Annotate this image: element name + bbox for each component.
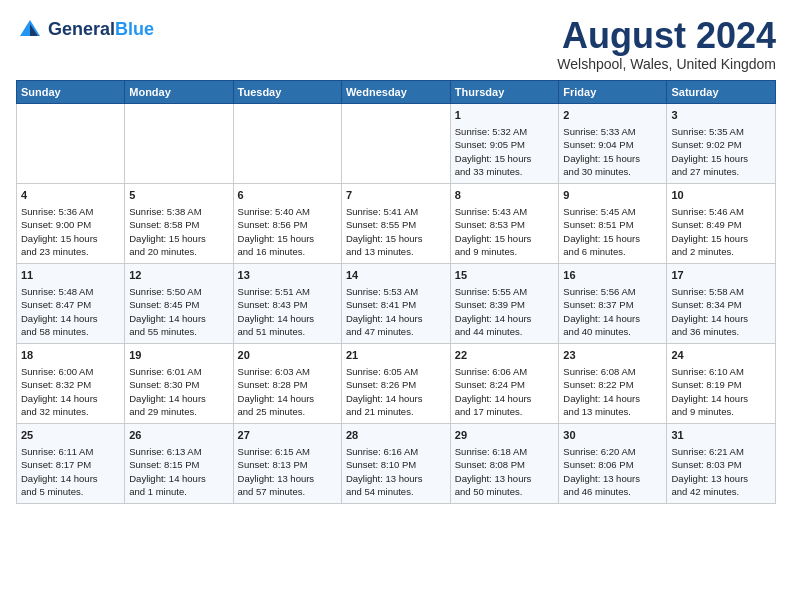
day-info: Sunset: 8:28 PM <box>238 378 337 391</box>
day-number: 25 <box>21 428 120 443</box>
calendar-cell: 4Sunrise: 5:36 AMSunset: 9:00 PMDaylight… <box>17 183 125 263</box>
day-info: Daylight: 14 hours <box>129 312 228 325</box>
day-info: Daylight: 13 hours <box>346 472 446 485</box>
calendar-cell: 20Sunrise: 6:03 AMSunset: 8:28 PMDayligh… <box>233 343 341 423</box>
day-info: and 29 minutes. <box>129 405 228 418</box>
day-info: and 13 minutes. <box>346 245 446 258</box>
day-info: Sunrise: 5:58 AM <box>671 285 771 298</box>
day-info: Daylight: 15 hours <box>563 232 662 245</box>
day-info: Sunrise: 5:38 AM <box>129 205 228 218</box>
day-info: and 23 minutes. <box>21 245 120 258</box>
day-info: and 33 minutes. <box>455 165 555 178</box>
day-info: Sunrise: 5:35 AM <box>671 125 771 138</box>
day-info: Sunset: 8:41 PM <box>346 298 446 311</box>
day-number: 21 <box>346 348 446 363</box>
day-info: and 55 minutes. <box>129 325 228 338</box>
day-info: and 47 minutes. <box>346 325 446 338</box>
day-number: 26 <box>129 428 228 443</box>
day-info: Daylight: 14 hours <box>563 312 662 325</box>
day-info: Sunset: 8:32 PM <box>21 378 120 391</box>
day-number: 3 <box>671 108 771 123</box>
day-info: and 20 minutes. <box>129 245 228 258</box>
day-info: Sunrise: 5:41 AM <box>346 205 446 218</box>
day-info: and 9 minutes. <box>455 245 555 258</box>
day-number: 19 <box>129 348 228 363</box>
day-info: Sunrise: 6:01 AM <box>129 365 228 378</box>
day-info: Sunrise: 5:55 AM <box>455 285 555 298</box>
calendar-cell <box>125 103 233 183</box>
day-info: Daylight: 14 hours <box>671 312 771 325</box>
calendar-cell <box>341 103 450 183</box>
day-info: Sunset: 8:26 PM <box>346 378 446 391</box>
calendar-cell: 7Sunrise: 5:41 AMSunset: 8:55 PMDaylight… <box>341 183 450 263</box>
day-info: and 9 minutes. <box>671 405 771 418</box>
calendar-cell: 14Sunrise: 5:53 AMSunset: 8:41 PMDayligh… <box>341 263 450 343</box>
day-info: Sunrise: 6:08 AM <box>563 365 662 378</box>
day-info: Daylight: 14 hours <box>563 392 662 405</box>
logo-text: GeneralBlue <box>48 20 154 40</box>
calendar-cell: 11Sunrise: 5:48 AMSunset: 8:47 PMDayligh… <box>17 263 125 343</box>
day-number: 5 <box>129 188 228 203</box>
calendar-cell: 31Sunrise: 6:21 AMSunset: 8:03 PMDayligh… <box>667 423 776 503</box>
calendar-cell <box>17 103 125 183</box>
calendar-cell: 30Sunrise: 6:20 AMSunset: 8:06 PMDayligh… <box>559 423 667 503</box>
day-info: Sunrise: 5:43 AM <box>455 205 555 218</box>
day-info: Sunrise: 6:15 AM <box>238 445 337 458</box>
day-info: Daylight: 14 hours <box>21 312 120 325</box>
day-info: Sunset: 9:05 PM <box>455 138 555 151</box>
day-info: Sunset: 8:08 PM <box>455 458 555 471</box>
day-info: Sunset: 8:24 PM <box>455 378 555 391</box>
day-info: and 1 minute. <box>129 485 228 498</box>
day-number: 7 <box>346 188 446 203</box>
day-info: Daylight: 15 hours <box>455 152 555 165</box>
day-info: and 21 minutes. <box>346 405 446 418</box>
day-info: and 6 minutes. <box>563 245 662 258</box>
day-number: 9 <box>563 188 662 203</box>
day-info: Sunset: 9:02 PM <box>671 138 771 151</box>
day-number: 11 <box>21 268 120 283</box>
day-info: Sunset: 8:22 PM <box>563 378 662 391</box>
day-header-thursday: Thursday <box>450 80 559 103</box>
calendar-cell: 17Sunrise: 5:58 AMSunset: 8:34 PMDayligh… <box>667 263 776 343</box>
week-row-5: 25Sunrise: 6:11 AMSunset: 8:17 PMDayligh… <box>17 423 776 503</box>
day-info: Sunset: 8:17 PM <box>21 458 120 471</box>
day-info: Sunrise: 6:03 AM <box>238 365 337 378</box>
day-number: 23 <box>563 348 662 363</box>
day-info: Daylight: 15 hours <box>346 232 446 245</box>
day-info: Sunset: 8:13 PM <box>238 458 337 471</box>
day-info: Daylight: 14 hours <box>129 392 228 405</box>
day-info: Daylight: 15 hours <box>21 232 120 245</box>
calendar-cell: 21Sunrise: 6:05 AMSunset: 8:26 PMDayligh… <box>341 343 450 423</box>
page-header: GeneralBlue August 2024 Welshpool, Wales… <box>16 16 776 72</box>
calendar-table: SundayMondayTuesdayWednesdayThursdayFrid… <box>16 80 776 504</box>
day-info: Daylight: 14 hours <box>21 392 120 405</box>
day-info: Sunset: 8:51 PM <box>563 218 662 231</box>
day-info: and 51 minutes. <box>238 325 337 338</box>
calendar-cell: 9Sunrise: 5:45 AMSunset: 8:51 PMDaylight… <box>559 183 667 263</box>
day-info: Daylight: 14 hours <box>671 392 771 405</box>
day-info: Daylight: 15 hours <box>563 152 662 165</box>
day-number: 13 <box>238 268 337 283</box>
day-info: Sunset: 8:10 PM <box>346 458 446 471</box>
day-info: Daylight: 15 hours <box>238 232 337 245</box>
month-title: August 2024 <box>557 16 776 56</box>
day-info: and 46 minutes. <box>563 485 662 498</box>
day-info: and 36 minutes. <box>671 325 771 338</box>
title-block: August 2024 Welshpool, Wales, United Kin… <box>557 16 776 72</box>
day-info: Sunrise: 5:45 AM <box>563 205 662 218</box>
day-number: 15 <box>455 268 555 283</box>
day-info: Sunset: 8:15 PM <box>129 458 228 471</box>
day-info: Sunset: 8:49 PM <box>671 218 771 231</box>
day-info: and 44 minutes. <box>455 325 555 338</box>
day-info: Sunrise: 5:33 AM <box>563 125 662 138</box>
day-info: Sunrise: 5:50 AM <box>129 285 228 298</box>
day-info: Sunrise: 5:46 AM <box>671 205 771 218</box>
week-row-3: 11Sunrise: 5:48 AMSunset: 8:47 PMDayligh… <box>17 263 776 343</box>
day-info: Sunset: 8:19 PM <box>671 378 771 391</box>
day-info: Sunrise: 5:56 AM <box>563 285 662 298</box>
day-info: and 30 minutes. <box>563 165 662 178</box>
day-info: Sunrise: 6:00 AM <box>21 365 120 378</box>
day-info: Daylight: 13 hours <box>671 472 771 485</box>
day-info: Daylight: 14 hours <box>129 472 228 485</box>
calendar-cell: 15Sunrise: 5:55 AMSunset: 8:39 PMDayligh… <box>450 263 559 343</box>
